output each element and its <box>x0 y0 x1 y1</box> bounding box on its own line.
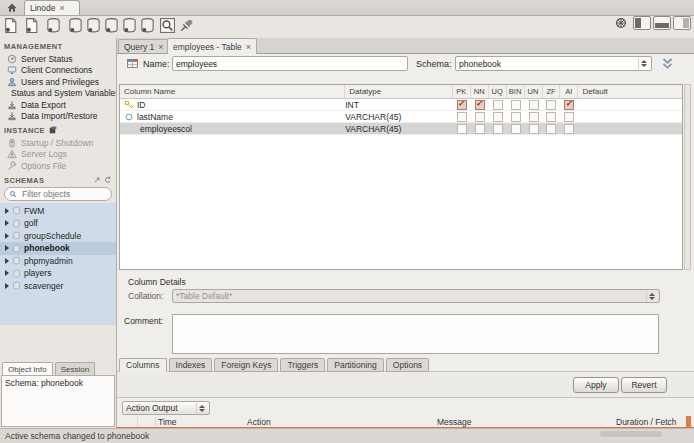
close-icon[interactable]: × <box>158 43 163 51</box>
schema-item-golf[interactable]: golf <box>0 217 116 230</box>
schema-item-fwm[interactable]: FWM <box>0 205 116 218</box>
checkbox-zf[interactable] <box>546 112 556 122</box>
create-schema-button[interactable] <box>45 17 63 35</box>
expand-arrow-icon[interactable] <box>5 220 9 226</box>
header-uq[interactable]: UQ <box>489 85 507 98</box>
close-icon[interactable]: × <box>246 43 251 51</box>
tab-query-1[interactable]: Query 1× <box>118 39 170 53</box>
output-header-duration[interactable]: Duration / Fetch <box>616 417 688 427</box>
sidebar-item-system-variables[interactable]: Status and System Variables <box>0 88 116 100</box>
home-tab-button[interactable] <box>3 1 21 14</box>
checkbox-nn[interactable] <box>475 112 485 122</box>
tab-employees-table[interactable]: employees - Table× <box>167 38 257 54</box>
open-sql-script-button[interactable] <box>23 17 41 35</box>
sidebar-item-users-privileges[interactable]: Users and Privileges <box>0 76 116 88</box>
checkbox-ai[interactable] <box>564 124 574 134</box>
checkbox-nn[interactable] <box>475 124 485 134</box>
header-ai[interactable]: AI <box>560 85 578 98</box>
checkbox-pk[interactable] <box>457 100 467 110</box>
subtab-triggers[interactable]: Triggers <box>280 358 325 372</box>
refresh-schemas-icon[interactable] <box>104 176 112 184</box>
schema-item-phonebook[interactable]: phonebook <box>0 242 116 255</box>
reconnect-dbms-button[interactable] <box>178 17 196 35</box>
output-header-time[interactable]: Time <box>158 417 177 427</box>
create-function-button[interactable] <box>121 17 139 35</box>
checkbox-bin[interactable] <box>511 100 521 110</box>
checkbox-un[interactable] <box>529 124 539 134</box>
subtab-columns[interactable]: Columns <box>119 358 167 372</box>
toggle-right-sidebar-button[interactable] <box>673 16 691 30</box>
checkbox-pk[interactable] <box>457 124 467 134</box>
sidebar-item-options-file[interactable]: Options File <box>0 160 116 172</box>
create-procedure-button[interactable] <box>103 17 121 35</box>
checkbox-nn[interactable] <box>475 100 485 110</box>
header-zf[interactable]: ZF <box>543 85 561 98</box>
close-icon[interactable]: × <box>60 4 65 12</box>
schema-item-players[interactable]: players <box>0 267 116 280</box>
checkbox-zf[interactable] <box>546 124 556 134</box>
expand-arrow-icon[interactable] <box>5 270 9 276</box>
expand-arrow-icon[interactable] <box>5 233 9 239</box>
header-column-name[interactable]: Column Name <box>120 85 345 98</box>
sidebar-item-startup-shutdown[interactable]: Startup / Shutdown <box>0 137 116 149</box>
expand-editor-chevrons-icon[interactable] <box>660 57 675 70</box>
search-table-data-button[interactable] <box>159 17 177 35</box>
expand-arrow-icon[interactable] <box>5 283 9 289</box>
tab-session[interactable]: Session <box>55 362 95 376</box>
subtab-options[interactable]: Options <box>386 358 429 372</box>
subtab-indexes[interactable]: Indexes <box>169 358 213 372</box>
schema-item-phpmyadmin[interactable]: phpmyadmin <box>0 255 116 268</box>
output-header-action[interactable]: Action <box>247 417 271 427</box>
header-bin[interactable]: BIN <box>507 85 525 98</box>
schema-filter[interactable] <box>4 187 112 201</box>
checkbox-bin[interactable] <box>511 112 521 122</box>
new-sql-tab-button[interactable] <box>2 17 20 35</box>
apply-button[interactable]: Apply <box>573 377 619 393</box>
header-default[interactable]: Default <box>578 85 682 98</box>
checkbox-uq[interactable] <box>493 112 503 122</box>
expand-arrow-icon[interactable] <box>5 245 9 251</box>
expand-schemas-icon[interactable] <box>93 176 101 184</box>
table-name-input[interactable] <box>172 56 408 71</box>
toggle-left-sidebar-button[interactable] <box>633 16 651 30</box>
create-view-button[interactable] <box>85 17 103 35</box>
checkbox-uq[interactable] <box>493 100 503 110</box>
toggle-bottom-panel-button[interactable] <box>653 16 671 30</box>
checkbox-un[interactable] <box>529 100 539 110</box>
checkbox-ai[interactable] <box>564 112 574 122</box>
header-un[interactable]: UN <box>525 85 543 98</box>
schema-item-groupschedule[interactable]: groupSchedule <box>0 230 116 243</box>
header-nn[interactable]: NN <box>471 85 489 98</box>
grid-vertical-scrollbar[interactable] <box>684 84 691 270</box>
checkbox-ai[interactable] <box>564 100 574 110</box>
output-header-message[interactable]: Message <box>437 417 472 427</box>
schema-filter-input[interactable] <box>20 188 104 200</box>
column-row-id[interactable]: ID INT <box>120 99 682 111</box>
sidebar-item-server-logs[interactable]: Server Logs <box>0 149 116 161</box>
checkbox-uq[interactable] <box>493 124 503 134</box>
column-row-employeescol[interactable]: employeescol VARCHAR(45) <box>120 123 682 135</box>
subtab-foreign-keys[interactable]: Foreign Keys <box>214 358 278 372</box>
subtab-partitioning[interactable]: Partitioning <box>327 358 384 372</box>
checkbox-pk[interactable] <box>457 112 467 122</box>
create-table-button[interactable] <box>67 17 85 35</box>
expand-arrow-icon[interactable] <box>5 208 9 214</box>
sidebar-item-server-status[interactable]: Server Status <box>0 53 116 65</box>
connection-tab[interactable]: Linode × <box>24 0 80 15</box>
tab-object-info[interactable]: Object Info <box>2 362 53 376</box>
sidebar-item-data-import[interactable]: Data Import/Restore <box>0 111 116 123</box>
header-pk[interactable]: PK <box>453 85 471 98</box>
schema-select[interactable]: phonebook <box>455 56 652 71</box>
checkbox-bin[interactable] <box>511 124 521 134</box>
create-trigger-button[interactable] <box>139 17 157 35</box>
sidebar-item-data-export[interactable]: Data Export <box>0 99 116 111</box>
header-datatype[interactable]: Datatype <box>345 85 453 98</box>
schema-item-scavenger[interactable]: scavenger <box>0 280 116 293</box>
spinner-icon[interactable] <box>638 58 648 69</box>
comment-textarea[interactable] <box>172 314 659 354</box>
action-output-select[interactable]: Action Output <box>122 401 210 415</box>
expand-arrow-icon[interactable] <box>5 258 9 264</box>
revert-button[interactable]: Revert <box>621 377 667 393</box>
collation-select[interactable]: *Table Default* <box>172 289 660 303</box>
checkbox-un[interactable] <box>529 112 539 122</box>
